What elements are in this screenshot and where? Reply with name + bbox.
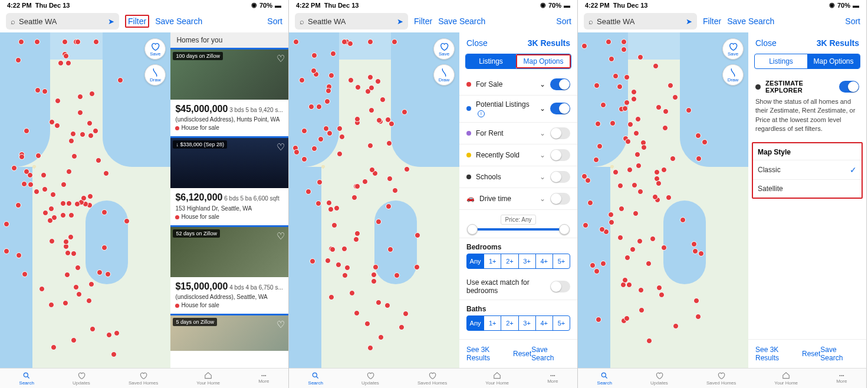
tab-your-home[interactable]: Your Home <box>774 371 798 386</box>
sort-button[interactable]: Sort <box>845 17 860 26</box>
results-list[interactable]: Homes for you 100 days on Zillow♡ $45,00… <box>170 32 288 368</box>
reset-button[interactable]: Reset <box>513 350 531 358</box>
status-bar: 4:22 PM Thu Dec 13 ◉70%▬ <box>0 0 288 10</box>
map-style-label: Map Style <box>753 143 862 160</box>
tab-your-home[interactable]: Your Home <box>196 371 220 386</box>
toolbar: ⌕ Seattle WA ➤ Filter Save Search Sort <box>0 10 288 32</box>
toolbar: ⌕ Seattle WA ➤ Filter Save Search Sort <box>578 10 866 32</box>
toggle-drive-time[interactable] <box>550 193 570 205</box>
filter-button[interactable]: Filter <box>703 17 721 26</box>
battery-icon: ▬ <box>275 2 281 9</box>
map-draw-button[interactable]: Draw <box>722 64 744 86</box>
map-view[interactable]: Save Draw <box>289 32 459 368</box>
listing-card[interactable]: 5 days on Zillow♡ <box>170 314 288 351</box>
see-results-button[interactable]: See 3K Results <box>755 346 802 362</box>
bedrooms-chips[interactable]: Any 1+ 2+ 3+ 4+ 5+ <box>459 254 577 274</box>
map-draw-button[interactable]: Draw <box>433 64 455 86</box>
toggle-for-rent[interactable] <box>550 127 570 139</box>
save-search-button[interactable]: Save Search <box>820 346 859 362</box>
seg-map-options[interactable]: Map Options <box>807 54 860 68</box>
favorite-icon[interactable]: ♡ <box>277 231 285 242</box>
toolbar: ⌕ Seattle WA ➤ Filter Save Search Sort <box>289 10 577 32</box>
segmented-control[interactable]: Listings Map Options <box>465 54 571 69</box>
filter-recently-sold[interactable]: Recently Sold⌄ <box>459 144 577 166</box>
filter-schools[interactable]: Schools⌄ <box>459 166 577 188</box>
segmented-control[interactable]: Listings Map Options <box>754 54 860 69</box>
zestimate-explorer-row[interactable]: ZESTIMATE EXPLORER <box>748 74 866 96</box>
filter-drive-time[interactable]: 🚗Drive time⌄ <box>459 188 577 210</box>
map-style-satellite[interactable]: Satellite <box>753 179 862 198</box>
search-input[interactable]: ⌕ Seattle WA ➤ <box>584 13 697 29</box>
map-save-button[interactable]: Save <box>433 38 455 60</box>
filter-for-rent[interactable]: For Rent⌄ <box>459 123 577 144</box>
close-button[interactable]: Close <box>466 38 488 48</box>
save-search-button[interactable]: Save Search <box>727 17 774 26</box>
see-results-button[interactable]: See 3K Results <box>466 346 513 362</box>
tab-your-home[interactable]: Your Home <box>485 371 509 386</box>
tab-bar: Search Updates Saved Homes Your Home •••… <box>289 368 577 388</box>
chevron-down-icon: ⌄ <box>540 151 545 159</box>
search-input[interactable]: ⌕ Seattle WA ➤ <box>295 13 408 29</box>
filter-button[interactable]: Filter <box>414 17 432 26</box>
listing-card[interactable]: 52 days on Zillow♡ $15,000,000 4 bds 4 b… <box>170 225 288 314</box>
results-count[interactable]: 3K Results <box>817 38 859 48</box>
map-view[interactable]: Save Draw <box>0 32 170 368</box>
tab-saved-homes[interactable]: Saved Homes <box>706 371 736 386</box>
chevron-down-icon: ⌄ <box>540 104 545 113</box>
favorite-icon[interactable]: ♡ <box>277 142 285 153</box>
search-input[interactable]: ⌕ Seattle WA ➤ <box>6 13 119 29</box>
tab-updates[interactable]: Updates <box>650 371 668 386</box>
tab-search[interactable]: Search <box>308 371 323 386</box>
map-style-classic[interactable]: Classic✓ <box>753 160 862 179</box>
tab-saved-homes[interactable]: Saved Homes <box>129 371 158 386</box>
tab-more[interactable]: •••More <box>258 373 269 384</box>
location-arrow-icon[interactable]: ➤ <box>108 17 114 26</box>
toggle-recently-sold[interactable] <box>550 149 570 161</box>
baths-chips[interactable]: Any 1+ 2+ 3+ 4+ 5+ <box>459 315 577 336</box>
toggle-zestimate[interactable] <box>839 81 859 93</box>
tab-saved-homes[interactable]: Saved Homes <box>417 371 447 386</box>
sort-button[interactable]: Sort <box>267 17 282 26</box>
filter-potential[interactable]: Potential Listingsi⌄ <box>459 96 577 123</box>
map-save-button[interactable]: Save <box>722 38 744 60</box>
search-icon: ⌕ <box>588 17 593 26</box>
toggle-potential[interactable] <box>550 103 570 114</box>
tab-more[interactable]: •••More <box>547 373 558 384</box>
filter-button[interactable]: Filter <box>125 15 149 28</box>
tab-updates[interactable]: Updates <box>73 371 90 386</box>
seg-listings[interactable]: Listings <box>755 54 807 68</box>
listing-card[interactable]: ↓ $338,000 (Sep 28)♡ $6,120,000 6 bds 5 … <box>170 136 288 225</box>
tab-search[interactable]: Search <box>597 371 612 386</box>
seg-map-options[interactable]: Map Options <box>516 54 571 68</box>
tab-more[interactable]: •••More <box>836 373 847 384</box>
wifi-icon: ◉ <box>251 1 257 9</box>
panel-footer: See 3K Results Reset Save Search <box>748 339 866 368</box>
close-button[interactable]: Close <box>755 38 777 48</box>
save-search-button[interactable]: Save Search <box>438 17 485 26</box>
price-slider[interactable]: Price: Any <box>459 210 577 238</box>
chevron-down-icon: ⌄ <box>540 80 545 88</box>
sort-button[interactable]: Sort <box>556 17 571 26</box>
info-icon[interactable]: i <box>478 110 485 117</box>
map-options-panel: Close 3K Results Listings Map Options ZE… <box>748 32 866 368</box>
toggle-schools[interactable] <box>550 171 570 183</box>
map-view[interactable]: Save Draw <box>578 32 748 368</box>
favorite-icon[interactable]: ♡ <box>277 53 285 64</box>
status-bar: 4:22 PM Thu Dec 13 ◉70%▬ <box>578 0 866 10</box>
filter-for-sale[interactable]: For Sale⌄ <box>459 74 577 96</box>
tab-search[interactable]: Search <box>19 371 34 386</box>
save-search-button[interactable]: Save Search <box>155 17 202 26</box>
listing-card[interactable]: 100 days on Zillow♡ $45,000,000 3 bds 5 … <box>170 48 288 136</box>
location-arrow-icon[interactable]: ➤ <box>686 17 692 26</box>
save-search-button[interactable]: Save Search <box>531 346 570 362</box>
results-count[interactable]: 3K Results <box>528 38 570 48</box>
location-arrow-icon[interactable]: ➤ <box>397 17 403 26</box>
seg-listings[interactable]: Listings <box>466 54 516 68</box>
exact-match-toggle[interactable]: Use exact match for bedrooms <box>459 274 577 300</box>
svg-point-2 <box>602 373 606 377</box>
dot-icon <box>755 84 761 90</box>
reset-button[interactable]: Reset <box>802 350 820 358</box>
toggle-for-sale[interactable] <box>550 78 570 90</box>
favorite-icon[interactable]: ♡ <box>277 319 285 330</box>
tab-updates[interactable]: Updates <box>361 371 379 386</box>
